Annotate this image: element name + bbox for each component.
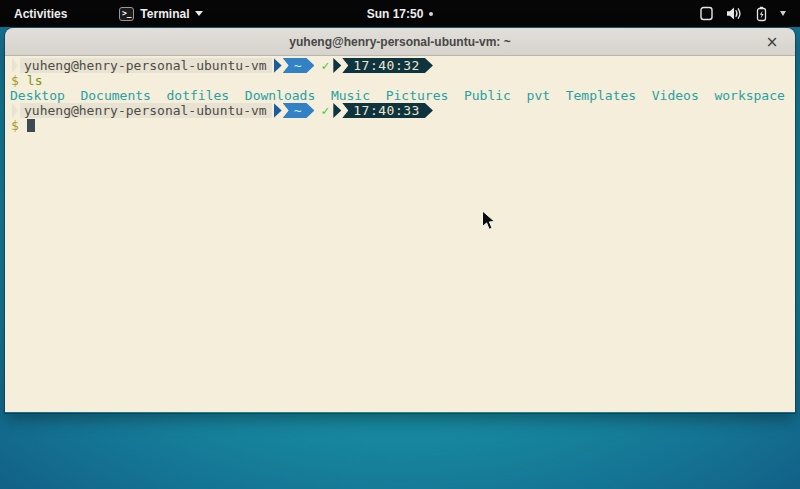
- prompt-user-segment: yuheng@henry-personal-ubuntu-vm: [20, 58, 272, 73]
- powerline-arrow-icon: [333, 103, 341, 118]
- clock-label: Sun 17:50: [367, 7, 424, 21]
- powerline-chevron-icon: [12, 58, 18, 73]
- window-title: yuheng@henry-personal-ubuntu-vm: ~: [289, 35, 510, 49]
- terminal-content[interactable]: yuheng@henry-personal-ubuntu-vm ~ ✓ 17:4…: [5, 56, 795, 412]
- activities-label: Activities: [14, 7, 67, 21]
- chevron-down-icon: [780, 11, 786, 16]
- app-menu-label: Terminal: [140, 7, 189, 21]
- input-line: $: [9, 118, 795, 133]
- volume-icon: [726, 6, 743, 21]
- terminal-app-icon: >_: [119, 7, 134, 21]
- system-status-area[interactable]: [685, 0, 800, 27]
- display-icon: [699, 6, 714, 21]
- status-check-icon: ✓: [321, 103, 329, 118]
- powerline-arrow-icon: [333, 58, 341, 73]
- mouse-pointer-icon: [481, 210, 496, 231]
- window-titlebar[interactable]: yuheng@henry-personal-ubuntu-vm: ~ ×: [5, 28, 795, 56]
- ls-output: Desktop Documents dotfiles Downloads Mus…: [9, 88, 795, 103]
- command-text: ls: [27, 73, 43, 88]
- status-check-icon: ✓: [321, 58, 329, 73]
- powerline-chevron-icon: [12, 103, 18, 118]
- command-line: $ls: [9, 73, 795, 88]
- prompt-line-1: yuheng@henry-personal-ubuntu-vm ~ ✓ 17:4…: [9, 58, 795, 73]
- prompt-user-segment: yuheng@henry-personal-ubuntu-vm: [20, 103, 272, 118]
- notification-dot-icon: [429, 12, 433, 16]
- prompt-symbol: $: [11, 118, 19, 133]
- prompt-line-2: yuheng@henry-personal-ubuntu-vm ~ ✓ 17:4…: [9, 103, 795, 118]
- app-menu-button[interactable]: >_ Terminal: [109, 0, 213, 27]
- prompt-path-segment: ~: [283, 58, 315, 73]
- prompt-path-segment: ~: [283, 103, 315, 118]
- terminal-window: yuheng@henry-personal-ubuntu-vm: ~ × yuh…: [5, 28, 795, 413]
- chevron-down-icon: [195, 11, 203, 16]
- activities-button[interactable]: Activities: [0, 0, 81, 27]
- powerline-arrow-icon: [274, 103, 282, 118]
- prompt-time-segment: 17:40:32: [342, 58, 433, 73]
- prompt-time-segment: 17:40:33: [342, 103, 433, 118]
- top-bar: Activities >_ Terminal Sun 17:50: [0, 0, 800, 27]
- powerline-arrow-icon: [274, 58, 282, 73]
- terminal-cursor: [27, 119, 35, 132]
- battery-charging-icon: [755, 6, 768, 22]
- close-button[interactable]: ×: [763, 33, 781, 51]
- prompt-symbol: $: [11, 73, 19, 88]
